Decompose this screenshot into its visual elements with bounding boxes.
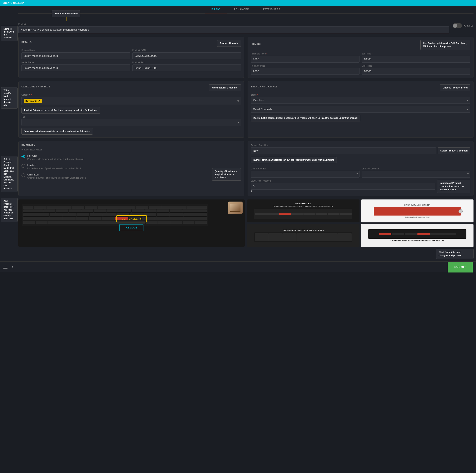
condition-with-annotation: Product Condition Select Product Conditi… (251, 144, 470, 154)
tab-attributes[interactable]: ATTRIBUTES (256, 6, 287, 13)
gallery-thumb-0[interactable]: PROGRAMMABLE You can easily customize an… (247, 200, 359, 222)
sell-price-input[interactable] (362, 56, 470, 63)
limit-per-order-input-wrap: ? (251, 171, 359, 178)
featured-row: Featured (453, 17, 474, 28)
gallery-thumb-2[interactable]: SWITCH LAYOUTS BETWEEN MAC & WINDOWS (247, 224, 359, 247)
choose-brand-tooltip: Choose Product Brand (440, 84, 470, 91)
brand-section-label: BRAND AND CHANNEL (251, 86, 278, 88)
red-line-price-input[interactable] (251, 68, 359, 75)
condition-field-group: Product Condition (251, 144, 436, 154)
thumb-2-content: SWITCH LAYOUTS BETWEEN MAC & WINDOWS (247, 224, 359, 247)
featured-toggle[interactable] (453, 23, 462, 28)
bottom-nav: ‹ SUBMIT (0, 261, 476, 272)
actual-product-name-tooltip: Actual Product Name (52, 10, 80, 17)
inventory-card: INVENTORY Product Stock Model Per Unit P… (18, 141, 244, 196)
hamburger-icon[interactable] (3, 266, 7, 269)
channel-select-display[interactable]: Retail Channels ▾ (251, 106, 470, 113)
tab-advanced[interactable]: ADVANCED (227, 6, 256, 13)
limit-per-lifetime-help[interactable]: ? (467, 173, 469, 176)
brand-channel-card: BRAND AND CHANNEL Choose Product Brand B… (248, 81, 474, 138)
low-stock-help[interactable]: ? (251, 190, 252, 193)
pricing-section-label: PRICING (251, 43, 261, 45)
main-form: BASIC ADVANCED ATTRIBUTES Actual Product… (18, 6, 476, 261)
tag-select-wrapper (21, 119, 241, 126)
brand-select-wrapper: Keychron ▾ (251, 97, 470, 104)
product-name-input[interactable] (18, 26, 449, 33)
limit-per-lifetime-input-wrap: ? (362, 171, 470, 178)
model-name-input[interactable] (21, 64, 130, 71)
low-stock-input[interactable] (251, 183, 435, 190)
limit-per-lifetime-input[interactable] (362, 171, 470, 178)
limit-per-order-help[interactable]: ? (356, 173, 358, 176)
limit-fields: Limit Per Order ? Limit Per Lifetime ? (251, 167, 470, 178)
product-label: Product * (18, 23, 449, 25)
remove-button[interactable]: REMOVE (119, 224, 143, 231)
select-condition-tooltip: Select Product Condition (438, 147, 470, 154)
stock-model-annotation: Select Product Stock Model that applies … (1, 156, 17, 192)
tab-basic[interactable]: BASIC (205, 6, 227, 13)
condition-label: Product Condition (251, 144, 436, 146)
keyboards-chip-close[interactable]: ✕ (38, 99, 40, 102)
radio-per-unit[interactable]: Per Unit Product Units with individual s… (21, 152, 210, 162)
submit-button[interactable]: SUBMIT (448, 262, 473, 273)
cat-brand-row: CATEGORIES AND TAGS Manufacturer's Ident… (18, 81, 474, 138)
product-sku-input[interactable] (132, 64, 241, 71)
pricing-annotation-tooltip: List Product pricing with Sell, Purchase… (420, 40, 470, 50)
category-select-wrapper: Keyboards ✕ ▾ (21, 97, 241, 105)
gallery-thumbnails: PROGRAMMABLE You can easily customize an… (247, 200, 474, 247)
brand-select-display[interactable]: Keychron ▾ (251, 97, 470, 104)
details-card: DETAILS Product Barcode Display Name Pro… (18, 37, 244, 78)
tag-select[interactable] (21, 119, 241, 126)
back-button[interactable]: ‹ (12, 265, 13, 269)
radio-limited-text-group: Limited Limited number of products to se… (27, 164, 81, 170)
display-name-input[interactable] (21, 52, 130, 59)
purchase-price-input[interactable] (251, 56, 359, 63)
product-sku-label: Product SKU (132, 61, 241, 64)
stock-model-label: Product Stock Model (21, 148, 241, 151)
hamburger-line-3 (3, 268, 7, 269)
low-stock-annotation: Indicates if Product count is low based … (437, 180, 470, 193)
display-name-field-group: Display Name (21, 49, 130, 59)
mrp-price-label: MRP Price (362, 65, 470, 67)
condition-row: Product Condition Select Product Conditi… (251, 144, 470, 154)
condition-input[interactable] (251, 147, 436, 154)
low-stock-row: Low Stock Threshold ? Indicates if Produ… (251, 180, 470, 193)
stock-model-options: Per Unit Product Units with individual s… (21, 152, 210, 181)
lifetime-annotation: Number of times a Customer can buy the P… (251, 157, 337, 163)
radio-unlimited-text-group: Unlimited Unlimited number of products t… (27, 173, 86, 179)
category-chevron: ▾ (237, 99, 239, 102)
product-name-field-group: Product * (18, 17, 449, 33)
limit-per-lifetime-group: Limit Per Lifetime ? (362, 167, 470, 178)
product-issn-input[interactable] (132, 52, 241, 59)
gallery-thumb-1[interactable]: ULTRA-SLIM ALUMINUM BODY Custom Low-Prof… (361, 200, 474, 222)
tags-annotation-tooltip: Tags have extra functionality to be crea… (21, 128, 93, 135)
quantity-annotation: Quantity of Products a single Customer c… (212, 168, 241, 181)
mrp-price-input[interactable] (362, 68, 470, 75)
radio-per-unit-label: Per Unit (27, 154, 84, 157)
category-select-display[interactable]: Keyboards ✕ ▾ (21, 97, 241, 105)
radio-limited[interactable]: Limited Limited number of products to se… (21, 162, 210, 171)
thumb-2-kbd (254, 233, 352, 242)
red-line-price-field-group: Red Line Price (251, 65, 359, 75)
product-barcode-tooltip: Product Barcode (217, 40, 241, 47)
inventory-section-label: INVENTORY (21, 144, 241, 146)
radio-unlimited[interactable]: Unlimited Unlimited number of products t… (21, 171, 210, 181)
limit-per-lifetime-label: Limit Per Lifetime (362, 167, 470, 170)
category-label: Category * (21, 94, 241, 96)
category-field-group: Category * Keyboards ✕ ▾ (21, 94, 241, 105)
radio-unlimited-label: Unlimited (27, 173, 86, 176)
details-pricing-row: DETAILS Product Barcode Display Name Pro… (18, 37, 474, 78)
radio-per-unit-inner (22, 155, 24, 158)
edit-gallery-button[interactable]: EDIT GALLERY (116, 215, 147, 222)
thumb-3-kbd (368, 229, 466, 239)
tag-field-group: Tag (21, 116, 241, 126)
brand-field-group: Brand * Keychron ▾ (251, 94, 470, 104)
mrp-price-field-group: MRP Price (362, 65, 470, 75)
purchase-price-label: Purchase Price * (251, 53, 359, 55)
gallery-section: EDIT GALLERY REMOVE PROGRAMMABLE You can… (18, 200, 474, 259)
select-condition-row: Per Unit Product Units with individual s… (21, 152, 241, 181)
limit-per-order-input[interactable] (251, 171, 359, 178)
gallery-thumb-3[interactable]: LOW-PROFILE NON-BACKLIT SHINE THROUGH PB… (361, 224, 474, 247)
radio-limited-circle (21, 164, 25, 168)
thumb-3-title: LOW-PROFILE NON-BACKLIT SHINE THROUGH PB… (391, 240, 444, 242)
